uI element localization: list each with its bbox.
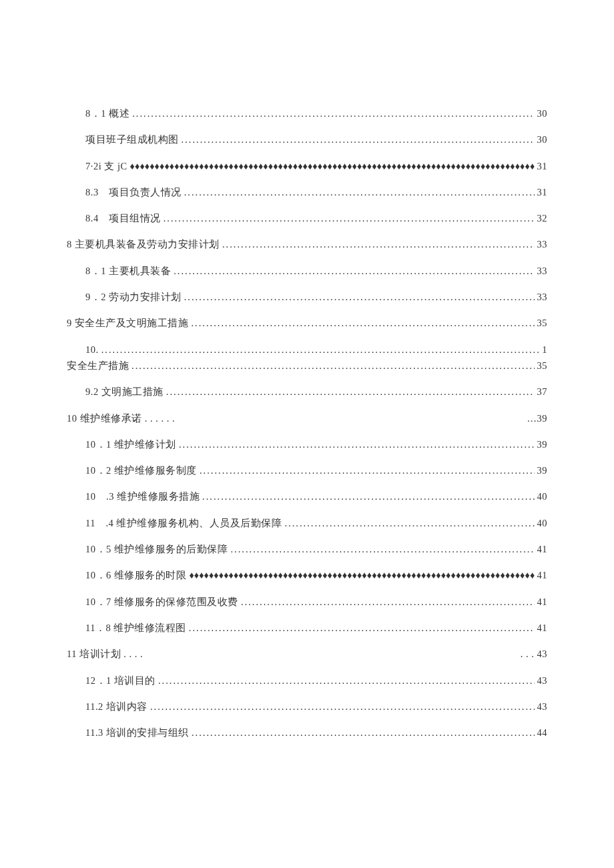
toc-page-number: 30 (537, 107, 548, 120)
toc-page-number: 43 (537, 674, 548, 687)
toc-page-number: 40 (537, 490, 548, 503)
toc-label: 8．1 主要机具装备 (85, 264, 171, 278)
toc-leader: ........................................… (184, 185, 535, 199)
toc-entry: 9 安全生产及文明施工措施 ..........................… (67, 316, 547, 330)
toc-leader: ........................................… (164, 211, 535, 225)
toc-leader: ........................................… (131, 359, 535, 372)
toc-page-number: 30 (537, 133, 548, 146)
toc-page-number: 1 (542, 343, 547, 356)
toc-page-number: 35 (537, 359, 548, 372)
toc-entry: 10．6 维修服务的时限♦♦♦♦♦♦♦♦♦♦♦♦♦♦♦♦♦♦♦♦♦♦♦♦♦♦♦♦… (67, 568, 547, 582)
toc-page-number: …39 (527, 412, 548, 425)
toc-page-number: 33 (537, 264, 548, 278)
toc-entry: 10．5 维护维修服务的后勤保障 .......................… (67, 542, 547, 556)
toc-label: 8 主要机具装备及劳动力安排计划 (67, 238, 220, 251)
toc-leader: ........................................… (150, 700, 535, 713)
toc-leader: ........................................… (284, 516, 534, 530)
toc-entry: 8．1 概述 .................................… (67, 107, 547, 120)
toc-entry: 11.3 培训的安排与组织 ..........................… (67, 726, 547, 739)
toc-label: 12．1 培训目的 (85, 674, 156, 687)
toc-leader: ........................................… (189, 621, 535, 634)
toc-leader: ♦♦♦♦♦♦♦♦♦♦♦♦♦♦♦♦♦♦♦♦♦♦♦♦♦♦♦♦♦♦♦♦♦♦♦♦♦♦♦♦… (189, 568, 534, 582)
toc-label: 10 维护维修承诺 . . . . . . (67, 412, 175, 425)
toc-stacked-entry: 10......................................… (67, 343, 547, 373)
toc-leader: ........................................… (200, 464, 535, 477)
toc-entry: 11 .4 维护维修服务机构、人员及后勤保障..................… (67, 516, 547, 530)
toc-leader: ........................................… (230, 542, 534, 556)
toc-label: 10．7 维修服务的保修范围及收费 (85, 595, 238, 608)
toc-leader: ........................................… (101, 343, 540, 356)
toc-leader: ♦♦♦♦♦♦♦♦♦♦♦♦♦♦♦♦♦♦♦♦♦♦♦♦♦♦♦♦♦♦♦♦♦♦♦♦♦♦♦♦… (130, 159, 535, 173)
toc-entry: 9．2 劳动力安排计划 ............................… (67, 290, 547, 304)
toc-leader: ........................................… (182, 133, 535, 146)
toc-entry: 10．1 维护维修计划 ............................… (67, 438, 547, 451)
toc-label: 9．2 劳动力安排计划 (85, 290, 182, 304)
toc-page-number: 31 (537, 159, 548, 173)
toc-leader: ........................................… (179, 438, 535, 451)
toc-page-number: 33 (537, 238, 548, 251)
toc-entry: 8.4 项目组情况...............................… (67, 211, 547, 225)
toc-leader: ........................................… (174, 264, 534, 278)
toc-page-number: 41 (537, 542, 548, 556)
toc-entry: 11 培训计划 . . . . . . . 43 (67, 647, 547, 661)
toc-entry: 11.2 培训内容 ..............................… (67, 700, 547, 713)
toc-entry: 12．1 培训目的 ..............................… (67, 674, 547, 687)
toc-entry: 10．2 维护维修服务制度 ..........................… (67, 464, 547, 477)
toc-label: 11．8 维护维修流程图 (85, 621, 186, 634)
toc-page-number: 33 (537, 290, 548, 304)
toc-page-number: 32 (537, 211, 548, 225)
toc-leader: ........................................… (184, 290, 535, 304)
toc-entry: 8.3 项目负责人情况.............................… (67, 185, 547, 199)
toc-leader: ........................................… (166, 385, 535, 398)
toc-page-number: 41 (537, 621, 548, 634)
toc-entry: 8 主要机具装备及劳动力安排计划 .......................… (67, 238, 547, 251)
toc-label: 10 .3 维护维修服务措施 (85, 490, 200, 503)
toc-label: 项目班子组成机构图 (85, 133, 179, 146)
toc-label: 10．2 维护维修服务制度 (85, 464, 197, 477)
toc-label: 11 .4 维护维修服务机构、人员及后勤保障 (85, 516, 282, 530)
toc-label: 11.2 培训内容 (85, 700, 147, 713)
toc-label: 10．6 维修服务的时限 (85, 568, 186, 582)
toc-page-number: 44 (537, 726, 548, 739)
toc-page-number: 39 (537, 438, 548, 451)
toc-page-number: 40 (537, 516, 548, 530)
toc-page-number: 31 (537, 185, 548, 199)
toc-page-number: . . . 43 (521, 647, 547, 661)
toc-page-number: 41 (537, 595, 548, 608)
toc-entry: 10 .3 维护维修服务措施..........................… (67, 490, 547, 503)
toc-leader: ........................................… (222, 238, 535, 251)
toc-entry: 11．8 维护维修流程图 ...........................… (67, 621, 547, 634)
toc-label: 8．1 概述 (85, 107, 129, 120)
toc-label: 10．5 维护维修服务的后勤保障 (85, 542, 228, 556)
toc-label: 11.3 培训的安排与组织 (85, 726, 189, 739)
toc-entry: 7·2i 支 jC♦♦♦♦♦♦♦♦♦♦♦♦♦♦♦♦♦♦♦♦♦♦♦♦♦♦♦♦♦♦♦… (67, 159, 547, 173)
toc-entry: 安全生产措施 .................................… (67, 359, 547, 372)
toc-entry: 10......................................… (67, 343, 547, 356)
toc-page: 8．1 概述 .................................… (0, 0, 614, 792)
toc-leader: ........................................… (202, 490, 535, 503)
toc-page-number: 37 (537, 385, 548, 398)
toc-entry: 9.2 文明施工措施 .............................… (67, 385, 547, 398)
toc-leader: ........................................… (132, 107, 534, 120)
toc-label: 10. (85, 343, 99, 356)
toc-page-number: 43 (537, 700, 548, 713)
toc-leader: ........................................… (191, 316, 534, 330)
toc-label: 7·2i 支 jC (85, 159, 127, 173)
toc-label: 10．1 维护维修计划 (85, 438, 176, 451)
toc-label: 安全生产措施 (67, 359, 129, 372)
toc-leader: ........................................… (241, 595, 535, 608)
toc-leader: ........................................… (192, 726, 535, 739)
toc-page-number: 35 (537, 316, 548, 330)
toc-entry: 项目班子组成机构图 ..............................… (67, 133, 547, 146)
toc-label: 8.4 项目组情况 (85, 211, 161, 225)
toc-label: 8.3 项目负责人情况 (85, 185, 182, 199)
toc-entry: 10．7 维修服务的保修范围及收费 ......................… (67, 595, 547, 608)
toc-label: 11 培训计划 . . . . (67, 647, 143, 661)
toc-page-number: 41 (537, 568, 548, 582)
toc-page-number: 39 (537, 464, 548, 477)
toc-label: 9.2 文明施工措施 (85, 385, 164, 398)
toc-entry: 10 维护维修承诺 . . . . . . …39 (67, 412, 547, 425)
toc-leader: ........................................… (158, 674, 535, 687)
toc-label: 9 安全生产及文明施工措施 (67, 316, 188, 330)
toc-entry: 8．1 主要机具装备 .............................… (67, 264, 547, 278)
